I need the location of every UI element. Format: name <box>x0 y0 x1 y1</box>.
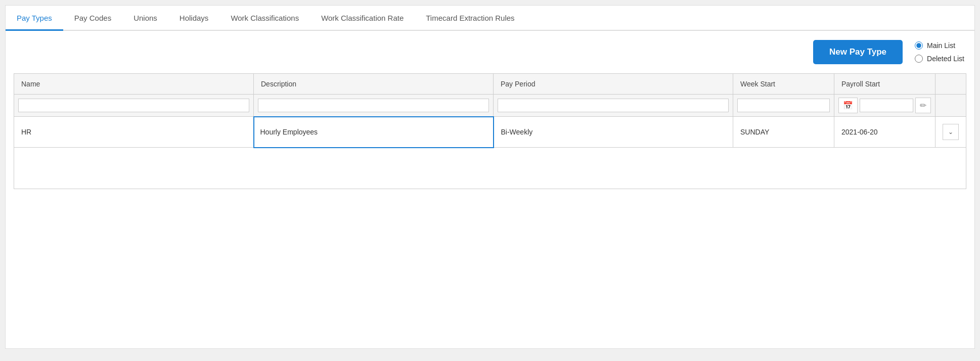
table-wrapper: Name Description Pay Period Week Start P… <box>6 73 974 197</box>
table-header-row: Name Description Pay Period Week Start P… <box>14 74 966 95</box>
filter-pay-period-cell <box>494 95 733 117</box>
list-type-radio-group: Main List Deleted List <box>915 41 964 63</box>
empty-cell <box>14 148 966 189</box>
calendar-icon-button[interactable]: 📅 <box>838 98 858 113</box>
filter-description-cell <box>254 95 494 117</box>
deleted-list-label: Deleted List <box>927 55 964 63</box>
tab-work-classifications[interactable]: Work Classifications <box>219 7 310 31</box>
row-name: HR <box>14 117 254 148</box>
row-week-start: SUNDAY <box>733 117 834 148</box>
filter-description-input[interactable] <box>258 99 489 112</box>
row-payroll-start: 2021-06-20 <box>834 117 936 148</box>
row-expand-button[interactable]: ⌄ <box>943 124 959 140</box>
filter-payroll-start-cell: 📅 ✏ <box>834 95 936 117</box>
clear-filter-button[interactable]: ✏ <box>915 98 931 113</box>
col-header-pay-period: Pay Period <box>494 74 733 95</box>
main-list-label: Main List <box>927 41 955 50</box>
filter-name-input[interactable] <box>18 99 249 112</box>
filter-payroll-start-input[interactable] <box>860 99 913 112</box>
table-filter-row: 📅 ✏ <box>14 95 966 117</box>
tab-timecard-extraction-rules[interactable]: Timecard Extraction Rules <box>415 7 525 31</box>
row-description: Hourly Employees <box>254 117 494 148</box>
tab-pay-types[interactable]: Pay Types <box>6 7 63 31</box>
tab-pay-codes[interactable]: Pay Codes <box>63 7 122 31</box>
tab-holidays[interactable]: Holidays <box>168 7 220 31</box>
col-header-week-start: Week Start <box>733 74 834 95</box>
filter-name-cell <box>14 95 254 117</box>
table-row: HR Hourly Employees Bi-Weekly SUNDAY 202… <box>14 117 966 148</box>
empty-row-1 <box>14 148 966 189</box>
col-header-description: Description <box>254 74 494 95</box>
main-list-radio[interactable] <box>915 41 923 50</box>
col-header-actions <box>936 74 966 95</box>
tab-unions[interactable]: Unions <box>122 7 168 31</box>
filter-week-start-input[interactable] <box>737 99 830 112</box>
col-header-payroll-start: Payroll Start <box>834 74 936 95</box>
tab-bar: Pay Types Pay Codes Unions Holidays Work… <box>6 6 974 31</box>
main-container: Pay Types Pay Codes Unions Holidays Work… <box>5 5 975 349</box>
filter-actions-cell <box>936 95 966 117</box>
filter-week-start-cell <box>733 95 834 117</box>
new-pay-type-button[interactable]: New Pay Type <box>813 40 903 64</box>
tab-work-classification-rate[interactable]: Work Classification Rate <box>310 7 415 31</box>
filter-pay-period-input[interactable] <box>498 99 729 112</box>
row-expand-cell: ⌄ <box>936 117 966 148</box>
deleted-list-radio[interactable] <box>915 55 923 63</box>
deleted-list-radio-label[interactable]: Deleted List <box>915 55 964 63</box>
main-list-radio-label[interactable]: Main List <box>915 41 964 50</box>
row-pay-period: Bi-Weekly <box>494 117 733 148</box>
col-header-name: Name <box>14 74 254 95</box>
pay-types-table: Name Description Pay Period Week Start P… <box>14 73 966 189</box>
toolbar: New Pay Type Main List Deleted List <box>6 31 974 73</box>
